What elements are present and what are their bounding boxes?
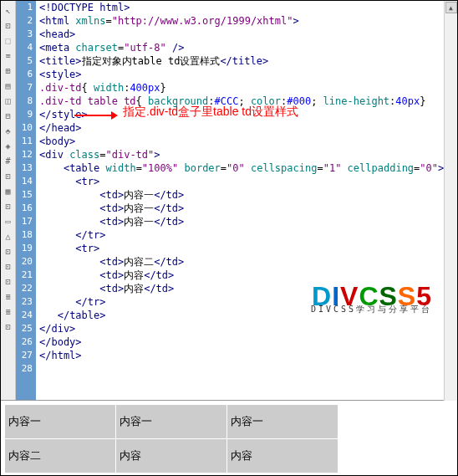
line-gutter: 1234567891011121314151617181920212223242… <box>16 1 36 400</box>
toolbar: ↖⊡⬚≡⊞▤◫⊟⬘◈#⊡▦⊡▭△⊡⊡⊡≣≣⊡ <box>1 1 16 400</box>
code-line[interactable]: <body> <box>39 135 457 148</box>
code-line[interactable]: .div-td{ width:400px} <box>39 81 457 95</box>
line-number: 6 <box>16 68 33 81</box>
code-line[interactable]: </tr> <box>39 228 457 242</box>
tool-button[interactable]: ⊞ <box>2 64 15 77</box>
tool-button[interactable]: ⊡ <box>2 259 15 273</box>
tool-button[interactable]: ⬚ <box>2 33 15 47</box>
line-number: 8 <box>16 95 33 108</box>
preview-table: 内容一内容一内容一内容二内容内容 <box>4 404 338 473</box>
watermark: DIVCSS5 DIVCSS学习与分享平台 <box>311 289 432 316</box>
line-number: 13 <box>16 161 33 175</box>
code-area[interactable]: <!DOCTYPE html><html xmlns="http://www.w… <box>36 1 457 400</box>
code-line[interactable]: <div class="div-td"> <box>39 148 457 161</box>
line-number: 10 <box>16 121 33 135</box>
code-line[interactable]: <tr> <box>39 175 457 188</box>
code-line[interactable]: <table width="100%" border="0" cellspaci… <box>39 161 457 175</box>
code-line[interactable]: <td>内容一</td> <box>39 202 457 215</box>
tool-button[interactable]: ⊡ <box>2 320 15 333</box>
tool-button[interactable]: ≣ <box>2 289 15 303</box>
code-line[interactable]: <td>内容一</td> <box>39 215 457 228</box>
tool-button[interactable]: ▦ <box>2 184 15 197</box>
line-number: 24 <box>16 309 33 322</box>
tool-button[interactable]: ≣ <box>2 305 15 318</box>
tool-button[interactable]: ⊡ <box>2 199 15 212</box>
line-number: 23 <box>16 295 33 309</box>
tool-button[interactable]: ⊡ <box>2 18 15 32</box>
code-line[interactable]: <!DOCTYPE html> <box>39 1 457 14</box>
tool-button[interactable]: ◈ <box>2 139 15 152</box>
tool-button[interactable]: ◫ <box>2 94 15 107</box>
tool-button[interactable]: ⊡ <box>2 169 15 182</box>
line-number: 19 <box>16 242 33 255</box>
tool-button[interactable]: ⬘ <box>2 124 15 137</box>
table-cell: 内容一 <box>227 405 338 438</box>
code-line[interactable]: <td>内容一</td> <box>39 188 457 202</box>
line-number: 14 <box>16 175 33 188</box>
table-row: 内容一内容一内容一 <box>5 405 338 438</box>
line-number: 28 <box>16 362 33 376</box>
code-line[interactable]: <head> <box>39 28 457 41</box>
line-number: 2 <box>16 14 33 28</box>
tool-button[interactable]: ⊟ <box>2 109 15 122</box>
line-number: 7 <box>16 81 33 95</box>
table-cell: 内容 <box>116 439 226 473</box>
watermark-brand: DIVCSS5 <box>311 289 432 303</box>
annotation-text: 指定.div-td盒子里table td设置样式 <box>123 105 298 118</box>
code-line[interactable] <box>39 362 457 376</box>
line-number: 27 <box>16 349 33 362</box>
code-line[interactable]: <meta charset="utf-8" /> <box>39 41 457 54</box>
line-number: 16 <box>16 202 33 215</box>
tool-button[interactable]: ⊡ <box>2 244 15 258</box>
scrollbar[interactable]: ▲ <box>444 1 457 401</box>
code-line[interactable]: <html xmlns="http://www.w3.org/1999/xhtm… <box>39 14 457 28</box>
table-cell: 内容一 <box>116 405 226 438</box>
watermark-sub: DIVCSS学习与分享平台 <box>311 303 432 316</box>
code-line[interactable]: </div> <box>39 322 457 335</box>
tool-button[interactable]: ▤ <box>2 79 15 92</box>
line-number: 5 <box>16 54 33 68</box>
tool-button[interactable]: ▭ <box>2 214 15 228</box>
tool-button[interactable]: ⊡ <box>2 274 15 288</box>
line-number: 25 <box>16 322 33 335</box>
line-number: 11 <box>16 135 33 148</box>
code-line[interactable]: <tr> <box>39 242 457 255</box>
line-number: 9 <box>16 108 33 121</box>
line-number: 4 <box>16 41 33 54</box>
table-cell: 内容二 <box>5 439 115 473</box>
editor-area: ↖⊡⬚≡⊞▤◫⊟⬘◈#⊡▦⊡▭△⊡⊡⊡≣≣⊡ 12345678910111213… <box>1 1 457 401</box>
code-line[interactable]: </head> <box>39 121 457 135</box>
line-number: 22 <box>16 282 33 295</box>
table-cell: 内容一 <box>5 405 115 438</box>
line-number: 17 <box>16 215 33 228</box>
code-line[interactable]: </html> <box>39 349 457 362</box>
table-row: 内容二内容内容 <box>5 439 338 473</box>
code-line[interactable]: <style> <box>39 68 457 81</box>
scroll-up-icon[interactable]: ▲ <box>445 2 457 13</box>
code-line[interactable]: <td>内容</td> <box>39 269 457 282</box>
line-number: 18 <box>16 228 33 242</box>
line-number: 3 <box>16 28 33 41</box>
line-number: 21 <box>16 269 33 282</box>
line-number: 20 <box>16 255 33 269</box>
line-number: 1 <box>16 1 33 14</box>
code-line[interactable]: <title>指定对象内table td设置样式</title> <box>39 54 457 68</box>
code-line[interactable]: <td>内容二</td> <box>39 255 457 269</box>
tool-button[interactable]: # <box>2 154 15 167</box>
line-number: 15 <box>16 188 33 202</box>
tool-button[interactable]: △ <box>2 229 15 243</box>
line-number: 26 <box>16 335 33 349</box>
table-cell: 内容 <box>227 439 338 473</box>
tool-button[interactable]: ↖ <box>2 3 15 17</box>
line-number: 12 <box>16 148 33 161</box>
tool-button[interactable]: ≡ <box>2 49 15 62</box>
code-line[interactable]: </body> <box>39 335 457 349</box>
preview-pane: 内容一内容一内容一内容二内容内容 <box>1 401 457 476</box>
